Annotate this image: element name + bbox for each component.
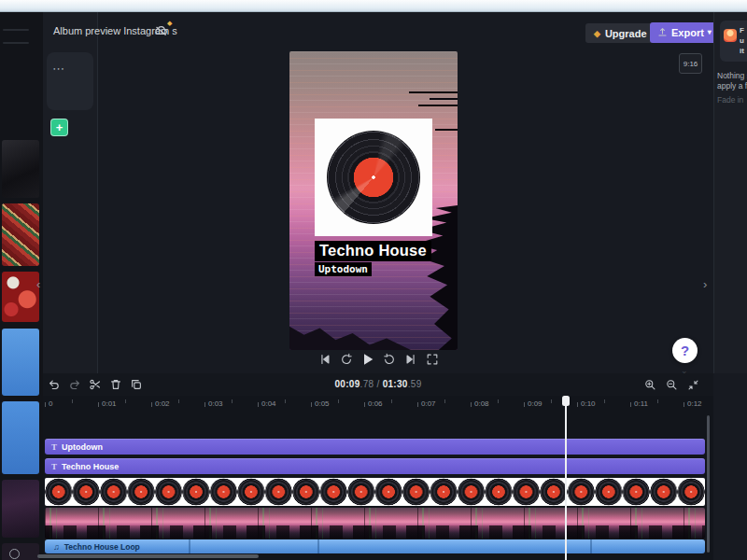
hot-face-emoji-icon [724, 29, 737, 42]
timeline: 00:09.78 / 01:30.59 00:010:020:030:040:0… [43, 373, 713, 560]
text-track-uptodown[interactable]: T Uptodown [45, 439, 705, 455]
ruler-tick-label: 0:08 [471, 399, 489, 408]
ruler-minor-tick [125, 399, 126, 403]
ruler-tick-label: 0:09 [524, 399, 543, 408]
ruler-tick-label: 0:05 [311, 399, 330, 408]
transport-controls [317, 352, 440, 367]
overlay-title-text[interactable]: Techno House [315, 241, 431, 261]
text-track-icon: T [51, 442, 57, 452]
fade-properties-panel: F u it Nothing s apply a fa Fade in [713, 12, 747, 373]
track-label: Techno House [62, 462, 119, 471]
ruler-tick-label: 0:01 [98, 399, 117, 408]
cloud-offline-icon [154, 24, 168, 42]
fullscreen-icon[interactable] [425, 352, 440, 367]
fit-timeline-icon[interactable] [685, 377, 700, 392]
timeline-horizontal-scrollbar[interactable] [37, 554, 259, 558]
time-display: 00:09.78 / 01:30.59 [43, 379, 713, 389]
playhead-handle[interactable] [562, 396, 570, 406]
ruler-tick-label: 0:10 [577, 399, 596, 408]
premium-sparkle-icon: ◆ [167, 20, 172, 27]
rail-list-item [3, 42, 29, 44]
media-thumbnail-blue-clip-1[interactable] [2, 329, 39, 396]
ruler-tick-label: 0:02 [151, 399, 170, 408]
ruler-tick-label: 0:03 [204, 399, 223, 408]
ruler-minor-tick [285, 399, 286, 403]
video-track-sunset-clip[interactable] [45, 508, 705, 539]
video-silhouette-overlay [45, 525, 705, 539]
add-media-button[interactable]: + [50, 119, 68, 136]
fade-info-card: F u it [720, 21, 747, 62]
audio-split-marker [189, 539, 190, 553]
browser-chrome-edge [0, 0, 747, 12]
expand-right-chevron-icon[interactable]: › [703, 277, 707, 291]
text-track-techno-house[interactable]: T Techno House [45, 458, 705, 474]
card-text-line: u [740, 36, 744, 45]
rail-list-item [3, 29, 29, 31]
ruler-minor-tick [657, 399, 658, 403]
ruler-minor-tick [338, 399, 339, 403]
timeline-vertical-scrollbar[interactable] [707, 415, 710, 553]
media-panel: ⋯ + [43, 12, 98, 373]
collapse-left-chevron-icon[interactable]: ‹ [36, 277, 40, 291]
ruler-tick-label: 0:04 [258, 399, 276, 408]
glitch-bar [418, 105, 458, 106]
help-button[interactable]: ? [672, 338, 698, 363]
track-label: Techno House Loop [64, 542, 140, 552]
playhead-line[interactable] [565, 396, 567, 560]
zoom-in-icon[interactable] [642, 377, 657, 392]
export-button[interactable]: Export ▾ [650, 22, 719, 43]
media-thumbnail-blue-clip-2[interactable] [2, 401, 39, 474]
ruler-minor-tick [551, 399, 552, 403]
ruler-tick-label: 0 [45, 399, 52, 408]
ruler-tick-label: 0:12 [684, 399, 702, 408]
image-track-vinyl-tiles[interactable] [45, 478, 705, 506]
ruler-minor-tick [178, 399, 179, 403]
ruler-minor-tick [498, 399, 499, 403]
media-thumbnail-dark-concert-clip[interactable] [2, 480, 39, 538]
rewind-button[interactable] [339, 352, 354, 367]
card-text-line: it [740, 47, 744, 55]
album-art-image[interactable] [315, 119, 432, 236]
media-thumbnail-red-ornaments[interactable] [2, 272, 39, 322]
ruler-minor-tick [444, 399, 445, 403]
audio-track-techno-house-loop[interactable]: ♫ Techno House Loop [45, 539, 705, 553]
glitch-bar [430, 98, 458, 100]
forward-button[interactable] [382, 352, 397, 367]
gem-icon: ◆ [594, 29, 600, 38]
ruler-minor-tick [604, 399, 605, 403]
ruler-tick-label: 0:11 [630, 399, 648, 408]
glitch-bar [435, 129, 458, 131]
skip-to-end-button[interactable] [403, 352, 418, 367]
timeline-toolbar: 00:09.78 / 01:30.59 [43, 373, 713, 396]
skip-to-start-button[interactable] [317, 352, 332, 367]
nothing-selected-note: Nothing s apply a fa [717, 71, 747, 91]
media-thumbnail-partial-bottom-clip[interactable] [2, 543, 39, 560]
media-thumbnail-christmas-collage[interactable] [2, 203, 39, 266]
video-preview-canvas[interactable]: Techno House Uptodown [289, 51, 458, 350]
media-thumbnail-dark-video-clip[interactable] [2, 140, 39, 198]
glitch-bar [409, 91, 458, 93]
audio-split-marker [317, 539, 319, 553]
ruler-minor-tick [72, 399, 73, 403]
upgrade-label: Upgrade [605, 28, 647, 39]
music-note-icon: ♫ [53, 542, 60, 552]
vinyl-record-graphic [327, 131, 420, 224]
ruler-minor-tick [391, 399, 392, 403]
ruler-tick-label: 0:07 [417, 399, 436, 408]
upload-icon [657, 27, 668, 39]
chevron-down-icon: ▾ [708, 29, 712, 36]
play-button[interactable] [360, 352, 375, 367]
timeline-ruler[interactable]: 00:010:020:030:040:050:060:070:080:090:1… [43, 396, 713, 413]
overlay-subtitle-text[interactable]: Uptodown [315, 262, 372, 276]
more-options-icon[interactable]: ⋯ [52, 64, 65, 74]
track-label: Uptodown [62, 442, 103, 452]
zoom-out-icon[interactable] [664, 377, 679, 392]
card-text-line: F [740, 26, 744, 35]
aspect-ratio-badge[interactable]: 9:16 [679, 53, 702, 74]
ruler-tick-label: 0:06 [364, 399, 383, 408]
text-track-icon: T [51, 462, 57, 471]
fade-in-disabled-label: Fade in [717, 95, 743, 105]
export-label: Export [671, 27, 704, 38]
upgrade-button[interactable]: ◆ Upgrade [585, 23, 655, 43]
audio-split-marker [590, 539, 592, 553]
